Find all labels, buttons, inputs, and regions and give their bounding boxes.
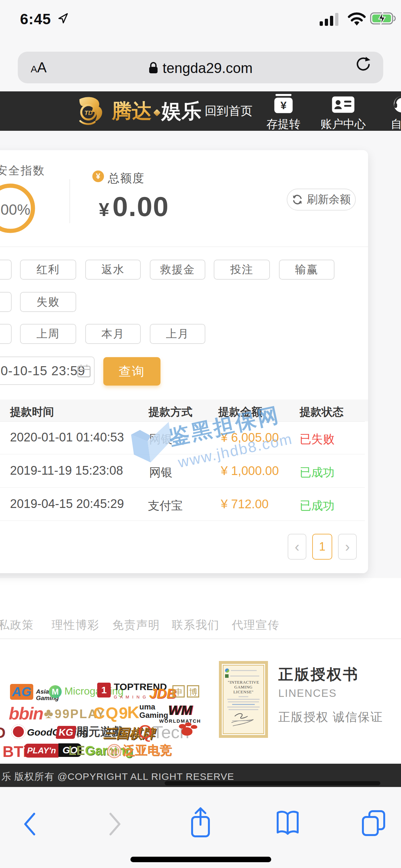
total-quota-label: 总额度 [108, 170, 145, 186]
provider-logo-bbin: bbin [9, 703, 43, 723]
nav-deposit-transfer[interactable]: ¥ 存提转 [256, 94, 311, 131]
nav-self-service[interactable]: 自助 [374, 94, 401, 131]
table-row-amount: ¥ 1,000.00 [221, 464, 279, 478]
license-title: 正版授权书 [278, 664, 359, 685]
license-tagline: 正版授权 诚信保证 [278, 709, 383, 725]
divider [0, 246, 368, 247]
bookmarks-icon[interactable] [275, 810, 300, 837]
col-withdraw-status: 提款状态 [300, 405, 343, 420]
service-icon [392, 95, 401, 114]
brand-name-gold: 腾达 [112, 97, 152, 125]
wifi-icon [347, 11, 366, 27]
share-icon[interactable] [189, 807, 212, 839]
row-divider [0, 487, 365, 488]
table-row-status: 已成功 [300, 465, 335, 480]
date-value: 0-10-15 23:59 [1, 364, 85, 378]
footer-link-disclaimer[interactable]: 免责声明 [112, 617, 160, 632]
divider [69, 179, 70, 223]
filter-rescue-button[interactable]: 救援金 [150, 259, 205, 280]
yen-symbol: ¥ [99, 198, 109, 220]
filter-winloss-button[interactable]: 输赢 [279, 259, 335, 280]
brand-dot-icon [153, 109, 161, 117]
brand-logo[interactable]: TD 腾达 娱乐 [73, 91, 202, 131]
clock: 6:45 [20, 10, 51, 28]
license-certificate-image: "INTERACTIVEGAMING LICENSE" [219, 661, 268, 738]
calendar-icon[interactable] [77, 364, 91, 378]
provider-logo-cq9: CQ9 [93, 704, 128, 723]
provider-logo-fragment: D [0, 724, 5, 741]
iphone-screen: 6:45 AA t [0, 0, 401, 868]
coin-icon: ¥ [92, 170, 104, 182]
filter-this-month-button[interactable]: 本月 [85, 324, 141, 344]
filter-button-cut[interactable] [0, 259, 11, 280]
filter-button-cut[interactable] [0, 324, 11, 344]
lock-icon [149, 61, 158, 74]
divider [0, 639, 401, 639]
horizontal-scrollbar[interactable] [165, 781, 380, 785]
pagination-prev-button[interactable]: ‹ [288, 534, 306, 560]
provider-logo-bti: BTi [3, 743, 27, 761]
url-text[interactable]: tengda29.com [18, 60, 383, 76]
url-bar[interactable]: AA tengda29.com [18, 52, 383, 83]
status-bar: 6:45 [0, 0, 401, 42]
col-withdraw-method: 提款方式 [149, 405, 192, 420]
footer-link-responsible[interactable]: 理性博彩 [52, 617, 99, 632]
reload-icon[interactable] [354, 55, 372, 73]
pagination-next-button[interactable]: › [338, 534, 357, 560]
footer-link-privacy[interactable]: 私政策 [0, 617, 34, 632]
nav-account-center[interactable]: 账户中心 [316, 94, 371, 131]
home-indicator[interactable] [130, 857, 271, 862]
security-index-label: 安全指数 [0, 163, 45, 178]
filter-bonus-button[interactable]: 红利 [20, 259, 76, 280]
license-subtitle: LINENCES [278, 687, 337, 700]
provider-logo-shenbo: 申 博 [173, 685, 199, 698]
table-row-time: 2019-04-15 20:45:29 [10, 497, 124, 511]
provider-logo-avia: W 泛亚电竞 [107, 742, 172, 758]
tabs-icon[interactable] [361, 809, 386, 837]
security-index-value: 100% [0, 201, 35, 218]
paw-icon [181, 727, 192, 736]
site-header: TD 腾达 娱乐 回到首页 ¥ 存提转 [0, 91, 401, 131]
forward-icon[interactable] [107, 812, 123, 836]
table-row-amount: ¥ 712.00 [221, 497, 269, 511]
refresh-icon [292, 194, 303, 205]
filter-rebate-button[interactable]: 返水 [85, 259, 141, 280]
table-row-status: 已失败 [300, 431, 335, 447]
table-row-status: 已成功 [300, 498, 335, 514]
balance-value: ¥ 0.00 [99, 190, 169, 222]
refresh-balance-button[interactable]: 刷新余额 [287, 189, 356, 211]
signature-icon [225, 712, 260, 728]
row-divider [0, 521, 365, 521]
filter-fail-button[interactable]: 失败 [20, 292, 76, 312]
filter-last-week-button[interactable]: 上周 [20, 324, 76, 344]
col-withdraw-time: 提款时间 [10, 405, 54, 420]
query-button[interactable]: 查询 [103, 357, 160, 385]
id-card-icon [331, 95, 356, 114]
table-row-time: 2019-11-19 15:23:08 [10, 464, 123, 477]
filter-button-cut[interactable] [0, 292, 11, 312]
footer-link-contact[interactable]: 联系我们 [172, 617, 220, 632]
money-jar-icon: ¥ [272, 94, 295, 114]
home-link[interactable]: 回到首页 [205, 91, 252, 131]
footer-link-agent[interactable]: 代理宣传 [232, 617, 280, 632]
back-icon[interactable] [22, 812, 37, 836]
filter-last-month-button[interactable]: 上月 [150, 324, 205, 344]
table-row-method: 支付宝 [148, 498, 183, 514]
pagination-page-1[interactable]: 1 [312, 534, 332, 560]
svg-text:TD: TD [84, 110, 93, 116]
brand-name-white: 娱乐 [161, 97, 202, 125]
battery-charging-icon [370, 11, 398, 26]
safari-toolbar [0, 787, 401, 868]
table-row-time: 2020-01-01 01:40:53 [10, 430, 124, 444]
dragon-logo-icon: TD [73, 93, 112, 129]
table-row-method: 网银 [149, 465, 173, 480]
balance-amount: 0.00 [112, 190, 169, 222]
safari-url-zone: AA tengda29.com [0, 42, 401, 91]
filter-bet-button[interactable]: 投注 [214, 259, 270, 280]
svg-text:¥: ¥ [281, 99, 287, 112]
signal-icon [320, 11, 343, 27]
location-arrow-icon [58, 12, 69, 24]
